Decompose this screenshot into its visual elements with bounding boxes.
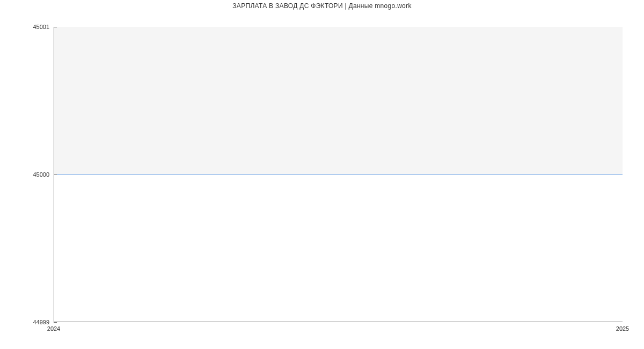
series-line [54, 174, 623, 175]
chart-container: ЗАРПЛАТА В ЗАВОД ДС ФЭКТОРИ | Данные mno… [0, 0, 644, 349]
x-tick-right: 2025 [616, 322, 629, 332]
y-tick-top: 45001 [33, 24, 54, 30]
x-tick-left: 2024 [47, 322, 60, 332]
chart-title: ЗАРПЛАТА В ЗАВОД ДС ФЭКТОРИ | Данные mno… [0, 0, 644, 10]
plot-area [54, 27, 623, 322]
y-tick-mid: 45000 [33, 171, 54, 178]
plot-wrap: 45001 45000 44999 2024 2025 [54, 27, 623, 322]
